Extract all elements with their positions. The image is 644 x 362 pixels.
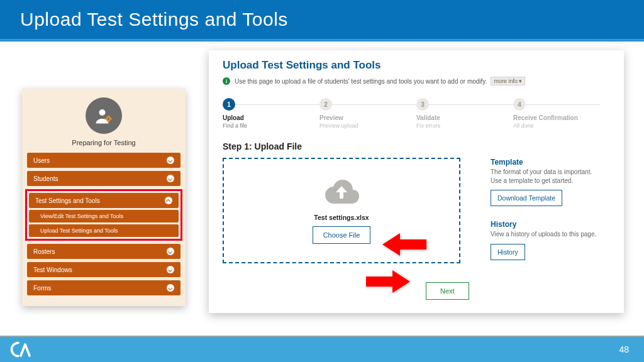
step-sub: All done [513,123,610,129]
step-label: Receive Confirmation [513,114,610,121]
nav-item-rosters[interactable]: Rosters [27,244,180,259]
selected-filename: Test settings.xlsx [314,214,369,221]
step-label: Upload [223,114,319,121]
more-info-toggle[interactable]: more info [491,77,525,85]
history-button[interactable]: History [491,244,525,260]
nav-label: Test Windows [33,266,72,273]
upload-cloud-icon [321,177,362,207]
svg-marker-8 [366,270,410,293]
next-button[interactable]: Next [426,282,469,300]
slide-header: Upload Test Settings and Tools [0,0,644,39]
step-label: Validate [416,114,513,121]
template-desc: The format of your data is important. Us… [491,168,597,185]
chevron-down-icon [167,156,174,164]
nav-label: Upload Test Settings and Tools [40,228,118,234]
main-card: Upload Test Settings and Tools Use this … [209,50,624,313]
history-title: History [491,220,610,229]
nav-item-forms[interactable]: Forms [27,280,180,295]
step-1: 1 Upload Find a file [223,98,319,129]
chevron-down-icon [167,266,174,273]
step-heading: Step 1: Upload File [223,141,610,151]
template-block: Template The format of your data is impo… [491,158,610,206]
sidebar-card: Preparing for Testing Users Students Tes… [22,89,186,306]
sidebar-title: Preparing for Testing [22,139,186,146]
step-circle: 3 [416,98,429,111]
nav-list: Users Students Test Settings and Tools V… [22,153,186,295]
intro-row: Use this page to upload a file of studen… [223,77,610,85]
step-sub: Fix errors [416,123,513,129]
history-desc: View a history of uploads to this page. [491,230,597,239]
step-3: 3 Validate Fix errors [416,98,513,129]
choose-file-button[interactable]: Choose File [313,226,371,244]
nav-label: Test Settings and Tools [35,197,100,204]
info-icon [223,77,230,85]
nav-subitem-view-edit[interactable]: View/Edit Test Settings and Tools [29,210,179,222]
step-circle: 4 [513,98,526,111]
nav-item-users[interactable]: Users [27,153,180,168]
svg-point-2 [108,118,109,120]
nav-label: Users [33,157,50,164]
intro-text: Use this page to upload a file of studen… [235,78,487,85]
chevron-down-icon [167,248,174,255]
step-label: Preview [319,114,416,121]
chevron-down-icon [167,284,174,292]
nav-subitem-upload[interactable]: Upload Test Settings and Tools [29,224,179,237]
step-2: 2 Preview Preview upload [319,98,416,129]
avatar-wrap [22,89,186,134]
nav-item-test-windows[interactable]: Test Windows [27,262,180,277]
svg-marker-7 [382,233,426,256]
side-info: Template The format of your data is impo… [491,158,610,274]
nav-item-test-settings[interactable]: Test Settings and Tools [29,193,179,208]
nav-group-highlighted: Test Settings and Tools View/Edit Test S… [25,189,182,241]
download-template-button[interactable]: Download Template [491,190,562,206]
svg-rect-4 [108,121,109,123]
step-circle: 1 [223,98,235,111]
logo [10,341,31,358]
page-number: 48 [619,344,629,354]
history-block: History View a history of uploads to thi… [491,220,610,260]
slide-footer: 48 [0,337,644,362]
svg-rect-5 [105,118,107,119]
callout-arrow-next [366,269,410,297]
nav-label: Rosters [33,248,55,255]
stepper: 1 Upload Find a file 2 Preview Preview u… [223,98,610,129]
nav-item-students[interactable]: Students [27,171,180,186]
nav-label: Forms [33,285,51,292]
step-circle: 2 [319,98,332,111]
step-4: 4 Receive Confirmation All done [513,98,610,129]
user-gear-icon [86,97,122,134]
chevron-down-icon [167,175,174,182]
step-sub: Find a file [223,123,319,129]
page-title: Upload Test Settings and Tools [223,59,610,72]
logo-icon [10,341,31,358]
chevron-up-icon [165,197,172,204]
nav-label: Students [33,175,58,182]
slide-body: Preparing for Testing Users Students Tes… [0,41,644,337]
slide-title: Upload Test Settings and Tools [20,9,288,30]
svg-rect-6 [111,118,113,119]
step-sub: Preview upload [319,123,416,129]
svg-rect-3 [108,115,109,117]
svg-point-0 [99,109,106,116]
template-title: Template [491,158,610,167]
callout-arrow-choose-file [382,232,426,260]
nav-label: View/Edit Test Settings and Tools [40,213,123,219]
